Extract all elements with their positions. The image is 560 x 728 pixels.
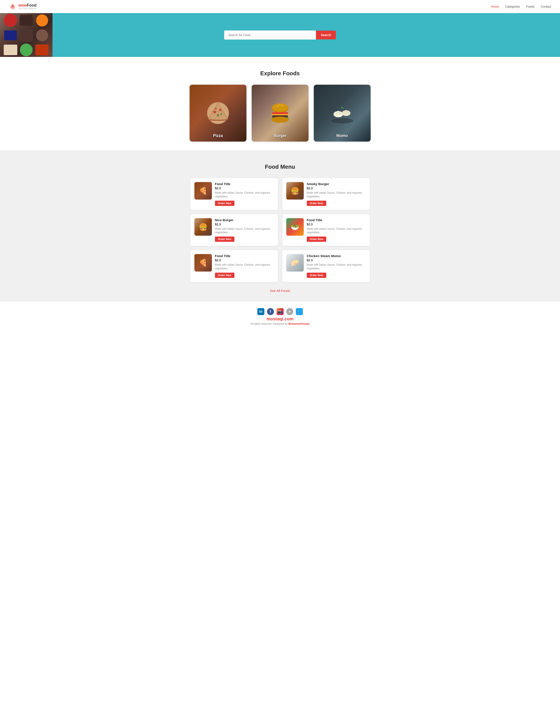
svg-point-10 <box>217 114 219 116</box>
menu-section: Food Menu 🍕 Food Title $2.3 Made with It… <box>0 150 560 302</box>
menu-item-desc-0: Made with Italian Sauce, Chicken, and or… <box>215 191 274 198</box>
footer: in f 📷 ● 🐦 mostaqi.com All rights reserv… <box>0 302 560 330</box>
menu-item-desc-2: Made with Italian Sauce, Chicken, and or… <box>215 227 274 235</box>
burger-svg <box>267 100 293 126</box>
svg-point-29 <box>336 114 337 114</box>
menu-item-title-2: Nice Burger <box>215 218 274 222</box>
momo-label: Momo <box>336 133 348 138</box>
menu-item-info-5: Chicken Steam Momo $2.3 Made with Italia… <box>307 254 366 278</box>
order-button-4[interactable]: Order Now <box>215 273 235 278</box>
menu-item-desc-3: Made with Italian Sauce, Chicken, and or… <box>307 227 366 235</box>
order-button-0[interactable]: Order Now <box>215 201 235 206</box>
order-button-5[interactable]: Order Now <box>307 273 326 278</box>
svg-point-17 <box>279 105 280 105</box>
menu-item-image-3: 🥗 <box>286 218 304 236</box>
nav-item-foods[interactable]: Foods <box>526 5 535 9</box>
menu-item-image-0: 🍕 <box>195 182 212 200</box>
menu-item-desc-4: Made with Italian Sauce, Chicken, and or… <box>215 263 274 270</box>
footer-brand: mostaqi.com <box>4 316 556 321</box>
svg-point-3 <box>13 5 14 6</box>
unknown-icon[interactable]: ● <box>286 308 293 315</box>
footer-designer: MohamedAmmar <box>288 322 309 325</box>
menu-item-price-5: $2.3 <box>307 258 366 262</box>
explore-title: Explore Foods <box>18 70 542 77</box>
explore-section: Explore Foods Pizza <box>0 57 560 150</box>
menu-item-info-4: Food Title $2.3 Made with Italian Sauce,… <box>215 254 274 278</box>
svg-point-11 <box>215 108 217 110</box>
svg-rect-18 <box>272 112 288 114</box>
momo-image <box>314 85 371 142</box>
nav-item-categories[interactable]: Categories <box>505 5 520 9</box>
logo-text: wowFood The Food Network <box>18 3 37 10</box>
menu-item-image-5: 🥟 <box>286 254 304 272</box>
pizza-image <box>190 85 247 142</box>
search-button[interactable]: Search <box>316 31 336 39</box>
menu-item-price-4: $2.3 <box>215 258 274 262</box>
svg-rect-5 <box>12 4 13 5</box>
menu-item-image-2: 🍔 <box>195 218 212 236</box>
svg-point-21 <box>272 117 289 123</box>
svg-point-8 <box>214 111 216 113</box>
svg-point-26 <box>345 110 347 111</box>
pizza-label: Pizza <box>213 133 223 138</box>
menu-item-2: 🍔 Nice Burger $2.3 Made with Italian Sau… <box>191 214 278 246</box>
facebook-icon[interactable]: f <box>267 308 274 315</box>
order-button-1[interactable]: Order Now <box>307 201 326 206</box>
social-icons: in f 📷 ● 🐦 <box>4 308 556 315</box>
menu-item-0: 🍕 Food Title $2.3 Made with Italian Sauc… <box>191 178 278 210</box>
menu-item-image-4: 🍕 <box>195 254 212 272</box>
svg-point-28 <box>339 113 340 114</box>
menu-title: Food Menu <box>13 163 547 170</box>
hero-section: Search <box>0 13 560 57</box>
food-card-pizza[interactable]: Pizza <box>190 85 247 142</box>
menu-item-info-3: Food Title $2.3 Made with Italian Sauce,… <box>307 218 366 242</box>
menu-item-title-0: Food Title <box>215 182 274 186</box>
order-button-2[interactable]: Order Now <box>215 237 235 242</box>
menu-item-title-3: Food Title <box>307 218 366 222</box>
menu-item-title-4: Food Title <box>215 254 274 258</box>
svg-rect-19 <box>272 114 288 115</box>
menu-item-price-2: $2.3 <box>215 223 274 226</box>
svg-point-27 <box>337 115 338 115</box>
svg-point-25 <box>342 110 350 116</box>
logo-subtitle: The Food Network <box>18 8 37 10</box>
burger-label: Burger <box>274 133 286 138</box>
menu-item-title-5: Chicken Steam Momo <box>307 254 366 258</box>
logo-title: wowFood <box>18 3 37 8</box>
menu-item-desc-1: Made with Italian Sauce, Chicken, and or… <box>307 191 366 198</box>
svg-point-24 <box>337 111 339 112</box>
menu-item-price-1: $2.3 <box>307 186 366 190</box>
menu-item-info-1: Smoky Burger $2.3 Made with Italian Sauc… <box>307 182 366 206</box>
menu-item-5: 🥟 Chicken Steam Momo $2.3 Made with Ital… <box>282 250 370 282</box>
menu-item-image-1: 🍔 <box>286 182 304 200</box>
food-card-momo[interactable]: Momo <box>314 85 371 142</box>
svg-point-2 <box>12 6 12 7</box>
navbar: wowFood The Food Network Home Categories… <box>0 0 560 13</box>
food-card-burger[interactable]: Burger <box>252 85 308 142</box>
burger-image <box>252 85 308 142</box>
instagram-icon[interactable]: 📷 <box>277 308 283 315</box>
menu-item-3: 🥗 Food Title $2.3 Made with Italian Sauc… <box>282 214 370 246</box>
see-all-link[interactable]: See All Foods <box>270 289 290 293</box>
linkedin-icon[interactable]: in <box>258 308 265 315</box>
food-cards: Pizza <box>18 85 542 142</box>
momo-svg <box>329 100 355 126</box>
hero-food-image <box>0 13 53 57</box>
twitter-icon[interactable]: 🐦 <box>296 308 303 315</box>
search-container: Search <box>224 30 336 40</box>
search-input[interactable] <box>224 30 316 40</box>
svg-point-22 <box>331 118 353 123</box>
menu-item-info-0: Food Title $2.3 Made with Italian Sauce,… <box>215 182 274 206</box>
svg-point-23 <box>333 111 343 117</box>
order-button-3[interactable]: Order Now <box>307 237 326 242</box>
nav-item-contact[interactable]: Contact <box>541 5 551 9</box>
svg-point-12 <box>221 113 222 115</box>
menu-grid: 🍕 Food Title $2.3 Made with Italian Sauc… <box>191 178 370 282</box>
menu-item-4: 🍕 Food Title $2.3 Made with Italian Sauc… <box>191 250 278 282</box>
menu-item-title-1: Smoky Burger <box>307 182 366 186</box>
menu-item-desc-5: Made with Italian Sauce, Chicken, and or… <box>307 263 366 270</box>
nav-item-home[interactable]: Home <box>491 5 499 9</box>
menu-item-1: 🍔 Smoky Burger $2.3 Made with Italian Sa… <box>282 178 370 210</box>
nav-links: Home Categories Foods Contact <box>491 5 551 9</box>
pizza-svg <box>205 100 231 126</box>
